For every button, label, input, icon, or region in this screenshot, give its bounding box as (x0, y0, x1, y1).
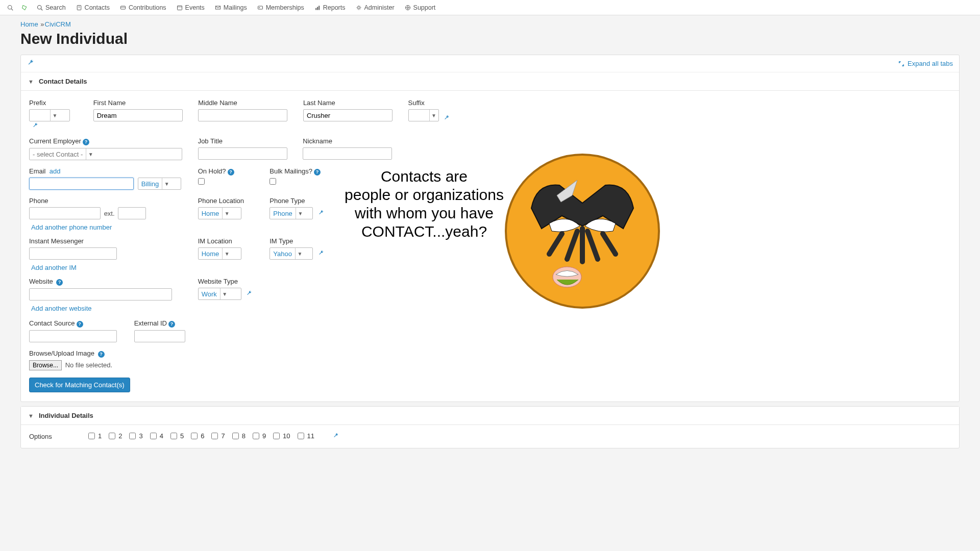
nav-support[interactable]: Support (401, 2, 440, 13)
help-icon[interactable]: ? (228, 169, 234, 176)
option-label: 9 (262, 432, 266, 440)
civicrm-logo-icon[interactable] (18, 3, 31, 13)
im-input[interactable] (29, 247, 117, 260)
chevron-down-icon: ▼ (86, 148, 95, 160)
option-6: 6 (191, 432, 204, 440)
section-individual-details[interactable]: ▼ Individual Details (21, 407, 959, 425)
last-name-input[interactable] (303, 109, 393, 121)
wrench-icon[interactable] (318, 250, 324, 258)
option-label: 10 (283, 432, 290, 440)
help-icon[interactable]: ? (83, 139, 89, 145)
option-checkbox-8[interactable] (232, 433, 239, 439)
nav-contributions-label: Contributions (129, 4, 166, 11)
svg-rect-12 (258, 6, 262, 9)
option-checkbox-6[interactable] (191, 433, 198, 439)
external-id-input[interactable] (134, 330, 185, 342)
im-location-select[interactable]: Home▼ (198, 247, 241, 260)
wrench-icon[interactable] (246, 290, 252, 298)
im-type-value: Yahoo (270, 248, 295, 259)
chevron-down-icon: ▼ (296, 208, 305, 219)
nav-administer[interactable]: Administer (352, 2, 399, 13)
nav-events-label: Events (185, 4, 205, 11)
chevron-down-icon: ▼ (162, 178, 171, 189)
job-title-input[interactable] (198, 147, 287, 160)
option-checkbox-3[interactable] (129, 433, 136, 439)
nickname-input[interactable] (303, 147, 392, 160)
email-input[interactable] (29, 178, 134, 190)
phone-type-select[interactable]: Phone▼ (270, 207, 313, 219)
wrench-icon[interactable] (32, 122, 38, 130)
option-checkbox-5[interactable] (170, 433, 177, 439)
option-checkbox-9[interactable] (253, 433, 259, 439)
im-label: Instant Messenger (29, 237, 185, 245)
section-contact-details[interactable]: ▼ Contact Details (21, 72, 959, 91)
nav-support-label: Support (413, 4, 436, 11)
website-type-select[interactable]: Work▼ (198, 288, 241, 300)
caret-down-icon: ▼ (28, 413, 34, 419)
phone-label: Phone (29, 197, 185, 205)
option-1: 1 (88, 432, 102, 440)
nav-memberships[interactable]: Memberships (253, 2, 308, 13)
option-label: 3 (139, 432, 142, 440)
website-input[interactable] (29, 288, 172, 300)
option-10: 10 (273, 432, 290, 440)
expand-all-tabs[interactable]: Expand all tabs (898, 60, 953, 67)
phone-input[interactable] (29, 207, 101, 219)
on-hold-checkbox[interactable] (198, 178, 205, 185)
employer-select[interactable]: - select Contact -▼ (29, 148, 182, 160)
help-icon[interactable]: ? (314, 169, 321, 176)
option-11: 11 (298, 432, 314, 440)
nav-contacts[interactable]: Contacts (72, 2, 114, 13)
help-icon[interactable]: ? (56, 279, 63, 286)
browse-button[interactable]: Browse... (29, 360, 62, 370)
option-checkbox-11[interactable] (298, 433, 304, 439)
add-email-link[interactable]: add (50, 167, 61, 175)
wrench-icon[interactable] (318, 210, 324, 217)
nav-search[interactable]: Search (33, 2, 70, 13)
wrench-icon[interactable] (27, 59, 34, 68)
breadcrumb-civicrm[interactable]: CiviCRM (45, 20, 71, 28)
breadcrumb-home[interactable]: Home (20, 20, 38, 28)
external-id-label: External ID? (134, 319, 211, 328)
phone-location-select[interactable]: Home▼ (198, 207, 241, 219)
chevron-down-icon: ▼ (295, 248, 304, 259)
svg-point-19 (407, 7, 408, 8)
option-checkbox-1[interactable] (88, 433, 95, 439)
search-icon[interactable] (4, 3, 16, 13)
help-icon[interactable]: ? (168, 321, 175, 328)
option-checkbox-7[interactable] (211, 433, 218, 439)
on-hold-label: On Hold?? (198, 167, 257, 176)
expand-all-label: Expand all tabs (908, 60, 953, 67)
help-icon[interactable]: ? (77, 321, 83, 328)
help-icon[interactable]: ? (98, 351, 105, 358)
wrench-icon[interactable] (333, 433, 339, 440)
nav-mailings[interactable]: Mailings (211, 2, 251, 13)
website-type-label: Website Type (198, 278, 264, 285)
wrench-icon[interactable] (444, 115, 450, 122)
option-checkbox-2[interactable] (109, 433, 115, 439)
im-type-select[interactable]: Yahoo▼ (270, 247, 313, 260)
nav-events[interactable]: Events (173, 2, 209, 13)
nav-contributions[interactable]: Contributions (116, 2, 170, 13)
suffix-select[interactable]: ▼ (408, 109, 439, 121)
first-name-input[interactable] (93, 109, 183, 121)
option-8: 8 (232, 432, 246, 440)
nav-reports[interactable]: Reports (310, 2, 350, 13)
phone-ext-input[interactable] (118, 207, 146, 219)
prefix-select[interactable]: ▼ (29, 109, 70, 121)
chevron-down-icon: ▼ (50, 110, 59, 121)
email-label: Email add (29, 167, 185, 175)
svg-rect-7 (120, 6, 125, 9)
svg-point-0 (8, 5, 12, 9)
email-location-select[interactable]: Billing▼ (138, 178, 181, 190)
suffix-label: Suffix (408, 99, 454, 107)
check-matching-button[interactable]: Check for Matching Contact(s) (29, 378, 130, 392)
contact-source-input[interactable] (29, 330, 117, 342)
option-checkbox-10[interactable] (273, 433, 280, 439)
svg-rect-9 (177, 6, 182, 10)
option-checkbox-4[interactable] (150, 433, 157, 439)
middle-name-input[interactable] (198, 109, 287, 121)
section-individual-details-label: Individual Details (39, 412, 93, 419)
bulk-mailings-checkbox[interactable] (270, 178, 276, 185)
option-label: 11 (307, 432, 314, 440)
